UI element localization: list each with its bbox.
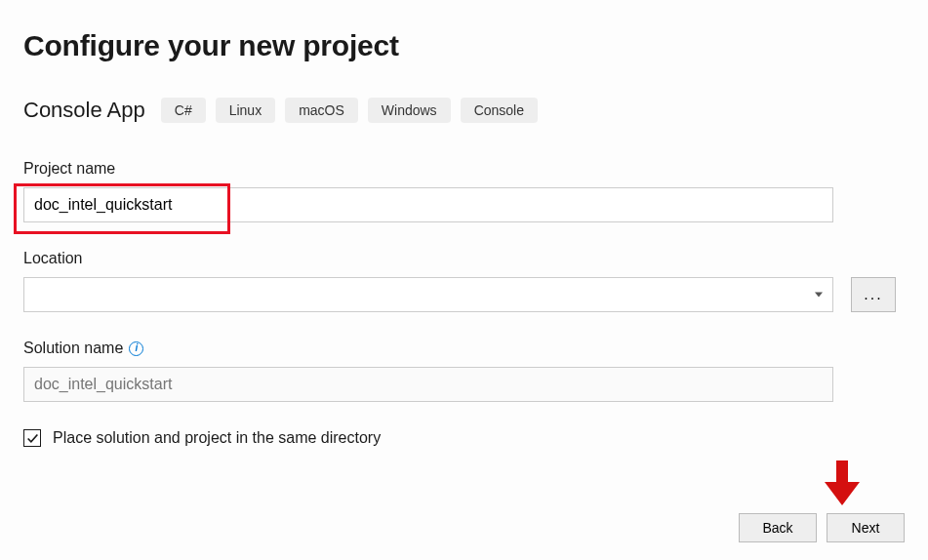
project-name-label: Project name <box>23 160 905 178</box>
solution-name-group: Solution name i <box>23 340 905 402</box>
same-directory-checkbox[interactable] <box>23 429 41 447</box>
location-combobox[interactable] <box>23 277 833 312</box>
tag-windows: Windows <box>368 98 451 123</box>
tag-linux: Linux <box>216 98 275 123</box>
annotation-arrow-icon <box>825 460 860 505</box>
page-title: Configure your new project <box>23 29 905 62</box>
template-header: Console App C# Linux macOS Windows Conso… <box>23 98 905 123</box>
back-button[interactable]: Back <box>739 513 817 542</box>
template-tags: C# Linux macOS Windows Console <box>161 98 538 123</box>
solution-name-input <box>23 367 833 402</box>
solution-name-label: Solution name i <box>23 340 905 357</box>
info-icon[interactable]: i <box>129 341 143 356</box>
checkmark-icon <box>26 432 39 445</box>
template-name: Console App <box>23 98 145 123</box>
tag-macos: macOS <box>285 98 358 123</box>
tag-csharp: C# <box>161 98 206 123</box>
tag-console: Console <box>461 98 538 123</box>
project-name-input[interactable] <box>23 187 833 222</box>
same-directory-label: Place solution and project in the same d… <box>53 429 381 447</box>
wizard-footer: Back Next <box>739 513 905 542</box>
next-button[interactable]: Next <box>827 513 905 542</box>
same-directory-checkbox-row[interactable]: Place solution and project in the same d… <box>23 429 905 447</box>
location-group: Location ... <box>23 250 905 312</box>
browse-button[interactable]: ... <box>851 277 896 312</box>
project-name-group: Project name <box>23 160 905 222</box>
location-label: Location <box>23 250 905 267</box>
solution-name-label-text: Solution name <box>23 340 123 357</box>
chevron-down-icon <box>815 293 823 298</box>
